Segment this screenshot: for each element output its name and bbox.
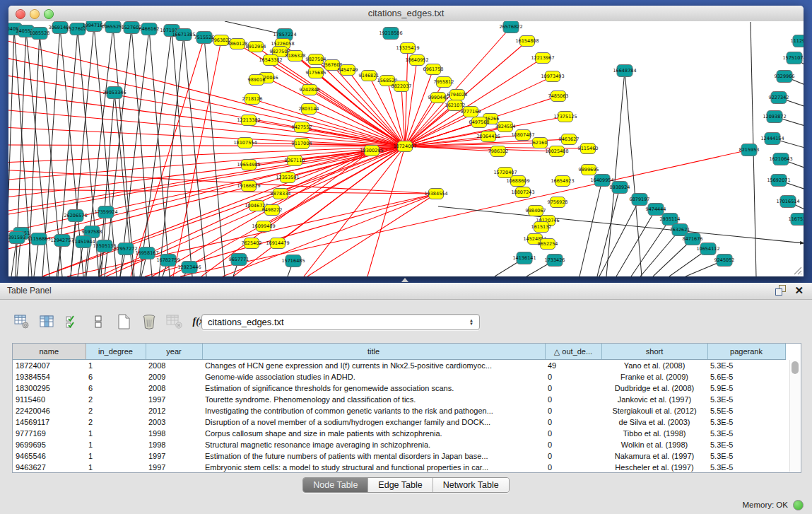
table-cell[interactable]: 0: [545, 439, 601, 450]
table-selector-dropdown[interactable]: citations_edges.txt ▲▼: [201, 314, 480, 330]
graph-node[interactable]: 9146821: [359, 71, 379, 81]
table-cell[interactable]: 0: [545, 428, 601, 439]
graph-node[interactable]: 8860128: [228, 39, 248, 49]
graph-node[interactable]: 1085528: [30, 28, 50, 40]
graph-node[interactable]: 9984067: [526, 206, 546, 216]
network-canvas-area[interactable]: 2040557240557110855283069140615276021199…: [8, 21, 804, 276]
graph-node[interactable]: 8471676: [683, 233, 703, 245]
graph-node[interactable]: 2803144: [299, 104, 319, 115]
table-cell[interactable]: 2008: [146, 360, 202, 372]
table-cell[interactable]: Estimation of the future numbers of pati…: [202, 450, 545, 462]
table-cell[interactable]: 2003: [146, 416, 202, 428]
window-titlebar[interactable]: citations_edges.txt: [8, 6, 804, 22]
graph-node[interactable]: 6497568: [469, 117, 490, 128]
graph-node[interactable]: 8454749: [338, 65, 358, 76]
graph-node[interactable]: 8267110: [285, 156, 305, 166]
graph-node[interactable]: 9175685: [306, 68, 326, 78]
table-cell[interactable]: Hescheler et al. (1997): [601, 462, 707, 473]
table-row[interactable]: 1872400712008Changes of HCN gene express…: [13, 360, 785, 372]
graph-node[interactable]: 9990445: [428, 93, 449, 103]
table-cell[interactable]: 9463627: [13, 462, 86, 473]
table-cell[interactable]: 18300295: [13, 382, 86, 394]
table-cell[interactable]: 1: [86, 450, 146, 462]
panel-splitter-handle[interactable]: [401, 278, 408, 282]
table-cell[interactable]: 2: [86, 405, 146, 416]
column-header-year[interactable]: year: [146, 344, 202, 360]
table-cell[interactable]: 49: [545, 360, 601, 372]
table-cell[interactable]: 5.3E-5: [707, 416, 785, 428]
table-cell[interactable]: 0: [545, 405, 601, 416]
graph-node[interactable]: 391593: [8, 232, 25, 244]
table-panel-titlebar[interactable]: Table Panel ✕: [0, 283, 812, 300]
table-cell[interactable]: 2: [86, 416, 146, 428]
table-cell[interactable]: 1997: [146, 450, 202, 462]
graph-node[interactable]: 9463627: [559, 134, 579, 145]
graph-node[interactable]: 7955812: [434, 77, 454, 88]
table-cell[interactable]: 5.3E-5: [707, 360, 785, 372]
graph-node[interactable]: 6961758: [423, 64, 444, 75]
table-cell[interactable]: Corpus callosum shape and size in male p…: [202, 428, 545, 439]
table-cell[interactable]: 1997: [146, 394, 202, 405]
table-cell[interactable]: 0: [545, 382, 601, 394]
table-cell[interactable]: Stergiakouli et al. (2012): [601, 405, 707, 416]
table-cell[interactable]: Changes of HCN gene expression and I(f) …: [202, 360, 545, 372]
table-cell[interactable]: de Silva et al. (2003): [601, 416, 707, 428]
table-row[interactable]: 2242004622012Investigating the contribut…: [13, 405, 785, 416]
column-header-pagerank[interactable]: pagerank: [707, 344, 785, 360]
table-cell[interactable]: Nakamura et al. (1997): [601, 450, 707, 462]
table-cell[interactable]: 5.3E-5: [707, 450, 785, 462]
column-header-short[interactable]: short: [601, 344, 707, 360]
table-cell[interactable]: 5.9E-5: [707, 382, 785, 394]
table-cell[interactable]: 18724007: [13, 360, 86, 372]
tab-edge-table[interactable]: Edge Table: [368, 478, 433, 492]
graph-node[interactable]: 9227342: [769, 92, 789, 104]
delete-column-icon[interactable]: [140, 313, 158, 331]
row-height-icon[interactable]: [89, 313, 107, 331]
resize-grip-icon[interactable]: [792, 265, 802, 275]
tab-node-table[interactable]: Node Table: [303, 478, 368, 492]
table-cell[interactable]: 9115460: [13, 394, 86, 405]
graph-node[interactable]: 8938924: [610, 182, 630, 194]
table-cell[interactable]: 1997: [146, 462, 202, 473]
column-header-out_de[interactable]: △ out_de...: [545, 344, 601, 360]
graph-node[interactable]: 9117004: [292, 139, 312, 149]
table-cell[interactable]: 0: [545, 394, 601, 405]
graph-node[interactable]: 9242848: [300, 85, 320, 95]
graph-node[interactable]: 9498222: [262, 205, 283, 216]
table-cell[interactable]: Genome-wide association studies in ADHD.: [202, 371, 545, 382]
table-cell[interactable]: 1: [86, 462, 146, 473]
table-row[interactable]: 1830029562008Estimation of significance …: [13, 382, 785, 394]
graph-node[interactable]: 9329966: [775, 71, 795, 83]
table-cell[interactable]: Estimation of significance thresholds fo…: [202, 382, 545, 394]
table-cell[interactable]: 2008: [146, 382, 202, 394]
table-cell[interactable]: 0: [545, 450, 601, 462]
graph-node[interactable]: 2718126: [242, 94, 263, 105]
graph-node[interactable]: 7986322: [488, 146, 509, 157]
table-cell[interactable]: Disruption of a novel member of a sodium…: [202, 416, 545, 428]
table-row[interactable]: 946362711997Embryonic stem cells: a mode…: [13, 462, 785, 473]
table-cell[interactable]: Investigating the contribution of common…: [202, 405, 545, 416]
table-cell[interactable]: 1998: [146, 439, 202, 450]
table-cell[interactable]: 22420046: [13, 405, 86, 416]
table-cell[interactable]: 5.3E-5: [707, 428, 785, 439]
table-cell[interactable]: 1: [86, 428, 146, 439]
column-header-title[interactable]: title: [202, 344, 545, 360]
table-cell[interactable]: Embryonic stem cells: a model to study s…: [202, 462, 545, 473]
table-cell[interactable]: 1998: [146, 428, 202, 439]
create-column-icon[interactable]: [114, 313, 133, 331]
graph-node[interactable]: 1615132: [531, 222, 552, 233]
table-row[interactable]: 1456911722003Disruption of a novel membe…: [13, 416, 785, 428]
close-icon[interactable]: ✕: [794, 285, 804, 296]
graph-node[interactable]: 2935114: [660, 214, 681, 226]
table-cell[interactable]: Jankovic et al. (1997): [601, 394, 707, 405]
graph-node[interactable]: 1733426: [545, 255, 565, 267]
graph-node[interactable]: 8186328: [286, 51, 306, 62]
table-cell[interactable]: 5.3E-5: [707, 462, 785, 473]
table-cell[interactable]: 5.3E-5: [707, 439, 785, 450]
table-row[interactable]: 946554611997Estimation of the future num…: [13, 450, 785, 462]
graph-node[interactable]: 989016: [248, 75, 266, 86]
graph-node[interactable]: 9756928: [548, 197, 568, 208]
table-cell[interactable]: Franke et al. (2009): [601, 371, 707, 382]
table-cell[interactable]: 5.3E-5: [707, 394, 785, 405]
graph-node[interactable]: 9657771: [229, 254, 249, 266]
